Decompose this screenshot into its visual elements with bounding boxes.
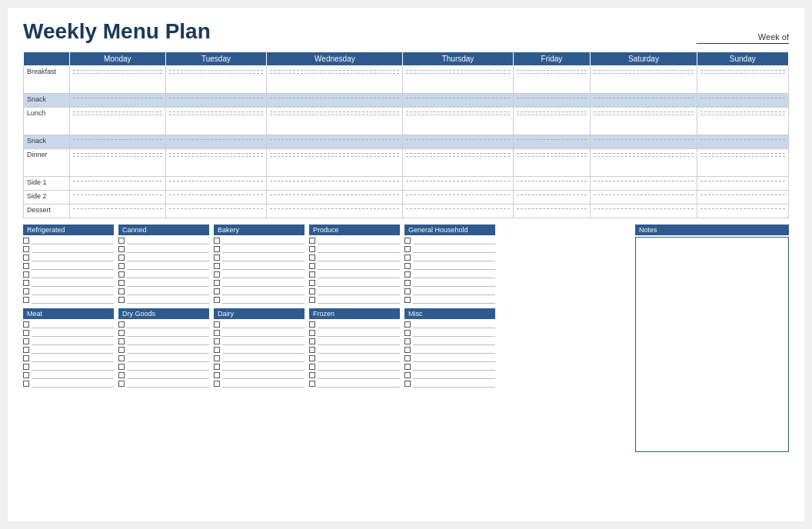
- list-item[interactable]: [404, 354, 495, 362]
- checkbox[interactable]: [404, 321, 411, 328]
- item-line[interactable]: [413, 271, 495, 278]
- list-item[interactable]: [23, 245, 114, 253]
- meal-cell[interactable]: [267, 108, 403, 135]
- checkbox[interactable]: [404, 338, 411, 344]
- list-item[interactable]: [309, 346, 400, 354]
- meal-cell[interactable]: [267, 177, 403, 191]
- checkbox[interactable]: [118, 321, 125, 328]
- checkbox[interactable]: [118, 338, 125, 344]
- meal-cell[interactable]: [513, 108, 591, 135]
- item-line[interactable]: [32, 271, 114, 278]
- item-line[interactable]: [127, 279, 209, 287]
- meal-cell[interactable]: [697, 191, 789, 205]
- list-item[interactable]: [309, 354, 400, 362]
- item-line[interactable]: [318, 371, 400, 379]
- meal-cell[interactable]: [165, 191, 267, 205]
- item-line[interactable]: [127, 371, 209, 379]
- item-line[interactable]: [318, 346, 400, 354]
- list-item[interactable]: [404, 237, 495, 245]
- list-item[interactable]: [118, 271, 209, 278]
- checkbox[interactable]: [23, 280, 29, 286]
- checkbox[interactable]: [23, 255, 29, 261]
- meal-cell[interactable]: [267, 149, 403, 177]
- meal-cell[interactable]: [591, 135, 697, 149]
- checkbox[interactable]: [309, 338, 315, 344]
- checkbox[interactable]: [309, 330, 315, 336]
- checkbox[interactable]: [309, 347, 315, 353]
- list-item[interactable]: [214, 321, 304, 328]
- meal-cell[interactable]: [403, 177, 513, 191]
- list-item[interactable]: [23, 354, 114, 362]
- meal-cell[interactable]: [165, 108, 267, 135]
- list-item[interactable]: [309, 288, 400, 295]
- meal-cell[interactable]: [267, 135, 403, 149]
- meal-cell[interactable]: [70, 108, 166, 135]
- checkbox[interactable]: [309, 381, 315, 387]
- checkbox[interactable]: [118, 280, 125, 286]
- item-line[interactable]: [222, 279, 304, 287]
- item-line[interactable]: [413, 245, 495, 253]
- item-line[interactable]: [413, 380, 495, 388]
- checkbox[interactable]: [214, 238, 220, 244]
- checkbox[interactable]: [309, 255, 315, 261]
- item-line[interactable]: [32, 296, 114, 304]
- list-item[interactable]: [118, 321, 209, 328]
- meal-cell[interactable]: [591, 205, 697, 218]
- meal-cell[interactable]: [513, 149, 591, 177]
- checkbox[interactable]: [118, 255, 125, 261]
- checkbox[interactable]: [214, 280, 220, 286]
- meal-cell[interactable]: [267, 66, 403, 94]
- meal-cell[interactable]: [70, 177, 166, 191]
- list-item[interactable]: [214, 237, 304, 245]
- list-item[interactable]: [404, 321, 495, 328]
- meal-cell[interactable]: [697, 135, 789, 149]
- checkbox[interactable]: [23, 246, 29, 252]
- checkbox[interactable]: [309, 355, 315, 361]
- item-line[interactable]: [32, 288, 114, 295]
- checkbox[interactable]: [309, 280, 315, 286]
- list-item[interactable]: [309, 271, 400, 278]
- checkbox[interactable]: [404, 355, 411, 361]
- list-item[interactable]: [23, 338, 114, 345]
- checkbox[interactable]: [214, 263, 220, 269]
- checkbox[interactable]: [23, 297, 29, 303]
- checkbox[interactable]: [404, 263, 411, 269]
- item-line[interactable]: [413, 354, 495, 362]
- checkbox[interactable]: [23, 288, 29, 294]
- list-item[interactable]: [23, 237, 114, 245]
- checkbox[interactable]: [309, 271, 315, 278]
- item-line[interactable]: [222, 245, 304, 253]
- list-item[interactable]: [309, 262, 400, 270]
- checkbox[interactable]: [404, 381, 411, 387]
- checkbox[interactable]: [118, 246, 125, 252]
- meal-cell[interactable]: [165, 135, 267, 149]
- checkbox[interactable]: [214, 330, 220, 336]
- list-item[interactable]: [214, 338, 304, 345]
- meal-cell[interactable]: [70, 205, 166, 218]
- item-line[interactable]: [127, 288, 209, 295]
- checkbox[interactable]: [404, 280, 411, 286]
- item-line[interactable]: [32, 371, 114, 379]
- item-line[interactable]: [318, 262, 400, 270]
- meal-cell[interactable]: [697, 108, 789, 135]
- meal-cell[interactable]: [513, 94, 591, 108]
- checkbox[interactable]: [404, 364, 411, 370]
- checkbox[interactable]: [404, 255, 411, 261]
- checkbox[interactable]: [404, 246, 411, 252]
- list-item[interactable]: [118, 254, 209, 261]
- meal-cell[interactable]: [513, 177, 591, 191]
- item-line[interactable]: [222, 363, 304, 371]
- item-line[interactable]: [413, 338, 495, 345]
- checkbox[interactable]: [404, 330, 411, 336]
- list-item[interactable]: [23, 271, 114, 278]
- list-item[interactable]: [404, 338, 495, 345]
- checkbox[interactable]: [309, 238, 315, 244]
- item-line[interactable]: [222, 271, 304, 278]
- item-line[interactable]: [127, 338, 209, 345]
- checkbox[interactable]: [23, 372, 29, 378]
- item-line[interactable]: [32, 354, 114, 362]
- item-line[interactable]: [127, 262, 209, 270]
- list-item[interactable]: [23, 380, 114, 388]
- list-item[interactable]: [404, 329, 495, 337]
- item-line[interactable]: [127, 296, 209, 304]
